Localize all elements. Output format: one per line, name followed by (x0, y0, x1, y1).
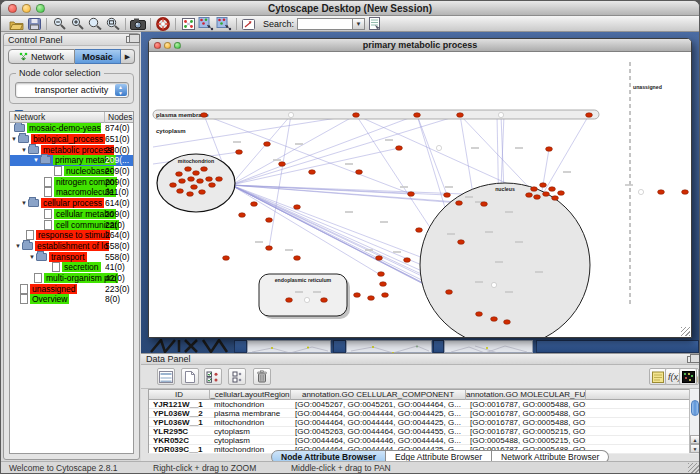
hide-selected-icon[interactable] (197, 16, 215, 31)
tab-overflow-arrow[interactable]: ▶ (121, 49, 135, 64)
network-node[interactable] (199, 190, 206, 195)
snapshot-icon[interactable] (129, 16, 147, 31)
network-node[interactable] (223, 256, 230, 261)
tree-row[interactable]: ▼transport558(0) (10, 251, 133, 262)
network-node[interactable] (586, 113, 593, 118)
table-row[interactable]: YPL036W__2plasma membrane[GO:0044464, GO… (149, 409, 698, 418)
network-node[interactable] (552, 196, 559, 201)
app-titlebar[interactable]: Cytoscape Desktop (New Session) (1, 1, 699, 16)
float-panel-icon[interactable] (687, 356, 696, 363)
network-node[interactable] (416, 228, 423, 233)
expander-icon[interactable]: ▼ (20, 147, 28, 153)
network-node[interactable] (458, 240, 465, 245)
background-window-fragment[interactable] (433, 340, 444, 353)
network-node[interactable] (321, 298, 328, 303)
network-view-window[interactable]: primary metabolic process plasma membran… (148, 38, 692, 338)
network-node[interactable] (558, 191, 565, 196)
table-row[interactable]: YKR052Ccytoplasm[GO:0044464, GO:0044446,… (149, 436, 698, 445)
network-edge[interactable] (231, 185, 379, 274)
network-node[interactable] (378, 272, 385, 277)
tree-row[interactable]: ▼establishment of lo558(0) (10, 241, 133, 252)
network-node[interactable] (368, 296, 375, 301)
show-all-icon[interactable] (215, 16, 233, 31)
network-node-unfilled[interactable] (304, 297, 309, 302)
network-node[interactable] (294, 256, 301, 261)
mdi-desktop[interactable]: primary metabolic process plasma membran… (141, 32, 700, 353)
network-node[interactable] (682, 190, 689, 195)
close-button[interactable] (154, 42, 161, 49)
tree-row[interactable]: ▼metabolic process280(0) (10, 144, 133, 155)
network-node[interactable] (197, 179, 204, 184)
region-nucleus[interactable] (420, 183, 590, 337)
network-node-unfilled[interactable] (498, 112, 503, 117)
network-node[interactable] (193, 171, 200, 176)
tree-row[interactable]: response to stimulu264(0) (10, 230, 133, 241)
expander-icon[interactable]: ▼ (10, 136, 18, 142)
network-node[interactable] (179, 179, 186, 184)
advanced-search-icon[interactable] (365, 16, 383, 31)
network-node[interactable] (540, 183, 547, 188)
tree-row[interactable]: ▼biological_process651(0) (10, 134, 133, 145)
network-node[interactable] (356, 170, 363, 175)
network-window-titlebar[interactable]: primary metabolic process (149, 39, 691, 52)
vizmapper-icon[interactable] (240, 16, 258, 31)
scroll-up-button[interactable]: ▲ (690, 435, 700, 444)
tree-row[interactable]: ▼cellular process614(0) (10, 198, 133, 209)
network-node[interactable] (382, 293, 389, 298)
background-window-fragment[interactable] (247, 340, 331, 353)
network-node-unfilled[interactable] (288, 112, 293, 117)
network-node[interactable] (376, 256, 383, 261)
expander-icon[interactable]: ▼ (28, 254, 36, 260)
column-header[interactable]: _cellularLayoutRegion (210, 390, 291, 400)
network-node[interactable] (444, 193, 451, 198)
network-node[interactable] (504, 320, 511, 325)
background-window-fragment[interactable] (536, 340, 699, 353)
unselect-attributes-icon[interactable] (228, 368, 246, 385)
network-node[interactable] (266, 218, 273, 223)
scroll-down-button[interactable]: ▼ (690, 444, 700, 453)
network-node-unfilled[interactable] (638, 189, 643, 194)
tree-row[interactable]: multi-organism pro42(0) (10, 273, 133, 284)
tab-network[interactable]: Network (8, 49, 75, 64)
table-row[interactable]: YPL036W__1mitochondrion[GO:0044464, GO:0… (149, 418, 698, 427)
network-node[interactable] (294, 205, 301, 210)
network-node-unfilled[interactable] (436, 145, 441, 150)
network-node[interactable] (457, 113, 464, 118)
tree-column-network[interactable]: Network (10, 112, 45, 122)
zoom-out-icon[interactable] (50, 16, 68, 31)
network-overview-icon[interactable] (179, 16, 197, 31)
network-node[interactable] (354, 293, 361, 298)
network-node[interactable] (546, 147, 553, 152)
network-node[interactable] (279, 162, 286, 167)
network-node[interactable] (476, 312, 483, 317)
network-node[interactable] (216, 177, 223, 182)
zoom-window-button[interactable] (174, 42, 181, 49)
tree-row[interactable]: mosaic-demo-yeast874(0) (10, 123, 133, 134)
network-node[interactable] (414, 113, 421, 118)
network-node[interactable] (251, 202, 258, 207)
table-row[interactable]: YLR295Ccytoplasm[GO:0045263, GO:0044464,… (149, 427, 698, 436)
column-header[interactable]: ID (149, 390, 210, 400)
column-header[interactable]: annotation.GO MOLECULAR_FUNCTION (466, 390, 586, 400)
network-node[interactable] (185, 167, 192, 172)
network-node[interactable] (404, 258, 411, 263)
network-node[interactable] (209, 183, 216, 188)
network-node[interactable] (201, 113, 208, 118)
network-node[interactable] (236, 150, 243, 155)
network-node[interactable] (206, 177, 213, 182)
network-node[interactable] (286, 298, 293, 303)
background-window-fragment[interactable] (346, 340, 432, 353)
open-file-icon[interactable] (7, 16, 25, 31)
attribute-select-icon[interactable] (157, 368, 175, 385)
save-icon[interactable] (25, 16, 43, 31)
tree-row[interactable]: cellular metabo209(0) (10, 209, 133, 220)
network-node[interactable] (658, 190, 665, 195)
tree-row[interactable]: secretion41(0) (10, 262, 133, 273)
network-node[interactable] (266, 246, 273, 251)
column-header[interactable]: annotation.GO CELLULAR_COMPONENT (291, 390, 466, 400)
matrix-view-icon[interactable] (679, 368, 697, 385)
tree-row[interactable]: unassigned223(0) (10, 283, 133, 294)
network-graph[interactable]: plasma membrane cytoplasm mitochondrion … (149, 52, 691, 337)
attribute-table[interactable]: ID _cellularLayoutRegion annotation.GO C… (148, 389, 699, 453)
close-button[interactable] (8, 4, 17, 13)
